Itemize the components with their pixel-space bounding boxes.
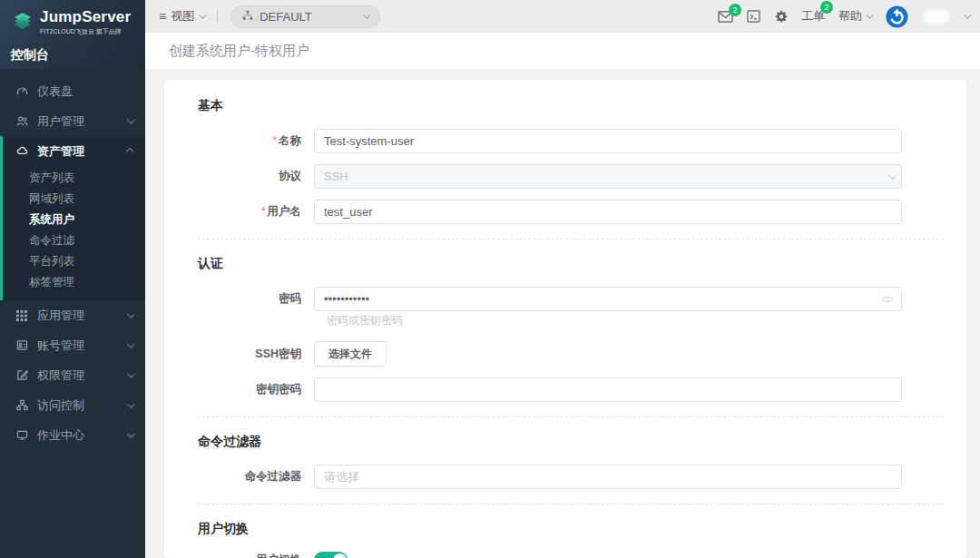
- console-label: 控制台: [11, 47, 145, 64]
- main-area: ≡ 视图 DEFAULT: [145, 0, 980, 558]
- sidebar-item-app-management[interactable]: 应用管理: [0, 300, 145, 330]
- name-input[interactable]: [314, 129, 902, 153]
- user-switch-toggle[interactable]: [314, 552, 348, 558]
- users-icon: [15, 115, 28, 128]
- tickets-button[interactable]: 工单 2: [801, 8, 825, 24]
- sidebar: JumpServer FIT2CLOUD飞致云 旗下品牌 控制台 仪表盘: [0, 0, 145, 558]
- apps-icon: [15, 309, 28, 322]
- tickets-badge: 2: [820, 1, 833, 14]
- access-control-icon: [15, 399, 28, 412]
- user-switch-label: 用户切换: [198, 553, 314, 558]
- help-label: 帮助: [838, 8, 862, 24]
- sidebar-item-label: 应用管理: [37, 308, 127, 324]
- help-menu[interactable]: 帮助: [838, 8, 871, 24]
- org-selector[interactable]: DEFAULT: [230, 5, 380, 28]
- org-selector-value: DEFAULT: [260, 10, 357, 24]
- messages-button[interactable]: 2: [718, 11, 733, 23]
- required-mark: *: [272, 134, 277, 147]
- sidebar-item-access-control[interactable]: 访问控制: [0, 390, 145, 420]
- sidebar-item-label: 资产管理: [37, 143, 127, 160]
- sidebar-item-label: 账号管理: [37, 338, 127, 354]
- hamburger-icon: ≡: [159, 9, 166, 24]
- view-menu-button[interactable]: ≡ 视图: [159, 8, 204, 24]
- page-title: 创建系统用户-特权用户: [169, 43, 309, 60]
- brand-title: JumpServer: [40, 8, 131, 26]
- section-divider: [198, 416, 944, 417]
- brand-subtitle: FIT2CLOUD飞致云 旗下品牌: [40, 27, 131, 36]
- section-title-basic: 基本: [198, 98, 944, 114]
- view-menu-label: 视图: [171, 8, 194, 24]
- form-card: 基本 *名称 协议 *用户名 认证: [164, 80, 966, 558]
- key-password-input[interactable]: [314, 377, 902, 402]
- settings-button[interactable]: [774, 10, 788, 24]
- section-title-user-switch: 用户切换: [198, 521, 944, 537]
- sidebar-item-label: 权限管理: [37, 367, 127, 384]
- command-filter-label: 命令过滤器: [198, 470, 314, 484]
- username-input[interactable]: [314, 200, 902, 224]
- job-center-icon: [15, 429, 28, 442]
- chevron-down-icon: [127, 430, 134, 437]
- sidebar-group-asset-management: 资产管理 资产列表 网域列表 系统用户 命令过滤 平台列表 标签管理: [0, 136, 145, 300]
- protocol-select: [314, 164, 902, 189]
- sidebar-item-label: 用户管理: [37, 113, 127, 130]
- power-logo-icon[interactable]: [885, 5, 909, 29]
- chevron-down-icon[interactable]: [964, 11, 971, 18]
- protocol-label: 协议: [198, 170, 314, 183]
- chevron-down-icon: [866, 11, 873, 18]
- topbar: ≡ 视图 DEFAULT: [145, 0, 980, 33]
- messages-badge: 2: [729, 4, 741, 16]
- chevron-down-icon: [127, 310, 134, 318]
- password-input[interactable]: [314, 287, 902, 311]
- command-filter-select[interactable]: [314, 465, 902, 489]
- chevron-down-icon: [199, 11, 206, 18]
- user-avatar[interactable]: [923, 10, 950, 24]
- sidebar-header: JumpServer FIT2CLOUD飞致云 旗下品牌 控制台: [0, 0, 145, 69]
- choose-file-button[interactable]: 选择文件: [314, 341, 387, 367]
- sidebar-item-user-management[interactable]: 用户管理: [0, 106, 145, 136]
- section-divider: [198, 504, 944, 504]
- password-label: 密码: [198, 292, 314, 306]
- chevron-down-icon: [127, 400, 134, 407]
- avatar-blurred: [923, 10, 950, 24]
- app-window: JumpServer FIT2CLOUD飞致云 旗下品牌 控制台 仪表盘: [0, 0, 980, 558]
- permissions-icon: [15, 369, 28, 382]
- section-divider: [198, 239, 944, 240]
- sidebar-item-account-management[interactable]: 账号管理: [0, 330, 145, 360]
- asset-submenu: 资产列表 网域列表 系统用户 命令过滤 平台列表 标签管理: [3, 166, 145, 300]
- chevron-down-icon: [127, 370, 134, 377]
- sidebar-item-job-center[interactable]: 作业中心: [0, 420, 145, 450]
- brand-logo[interactable]: JumpServer FIT2CLOUD飞致云 旗下品牌: [11, 8, 145, 36]
- sidebar-item-label: 仪表盘: [37, 83, 132, 100]
- jumpserver-logo-icon: [11, 9, 34, 36]
- page-header: 创建系统用户-特权用户: [145, 33, 980, 69]
- required-mark: *: [261, 205, 266, 218]
- sidebar-item-asset-management[interactable]: 资产管理: [3, 136, 145, 166]
- sidebar-nav: 仪表盘 用户管理: [0, 69, 145, 450]
- sidebar-subitem-system-users[interactable]: 系统用户: [3, 210, 145, 230]
- name-label: *名称: [198, 134, 314, 148]
- section-title-command-filter: 命令过滤器: [198, 434, 944, 450]
- chevron-down-icon: [363, 11, 370, 18]
- org-sitemap-icon: [242, 10, 253, 24]
- chevron-down-icon: [127, 116, 134, 123]
- password-hint: 密码或密钥密码: [327, 313, 944, 328]
- ssh-key-label: SSH密钥: [198, 348, 314, 361]
- content-area: 基本 *名称 协议 *用户名 认证: [145, 69, 980, 558]
- sidebar-subitem-platform-list[interactable]: 平台列表: [3, 251, 145, 272]
- assets-icon: [15, 145, 28, 158]
- sidebar-item-dashboard[interactable]: 仪表盘: [0, 76, 145, 106]
- chevron-down-icon: [127, 340, 134, 348]
- show-password-button[interactable]: [881, 295, 894, 304]
- gauge-icon: [15, 85, 28, 98]
- sidebar-subitem-domain-list[interactable]: 网域列表: [3, 189, 145, 210]
- sidebar-subitem-label-management[interactable]: 标签管理: [3, 272, 145, 293]
- topbar-divider: [217, 9, 218, 24]
- sidebar-item-permission-management[interactable]: 权限管理: [0, 360, 145, 390]
- web-terminal-button[interactable]: [747, 10, 760, 23]
- username-label: *用户名: [198, 205, 314, 219]
- chevron-up-icon: [126, 147, 133, 154]
- section-title-auth: 认证: [198, 256, 944, 272]
- sidebar-subitem-command-filters[interactable]: 命令过滤: [3, 230, 145, 251]
- sidebar-subitem-asset-list[interactable]: 资产列表: [3, 168, 145, 189]
- sidebar-item-label: 访问控制: [37, 397, 127, 414]
